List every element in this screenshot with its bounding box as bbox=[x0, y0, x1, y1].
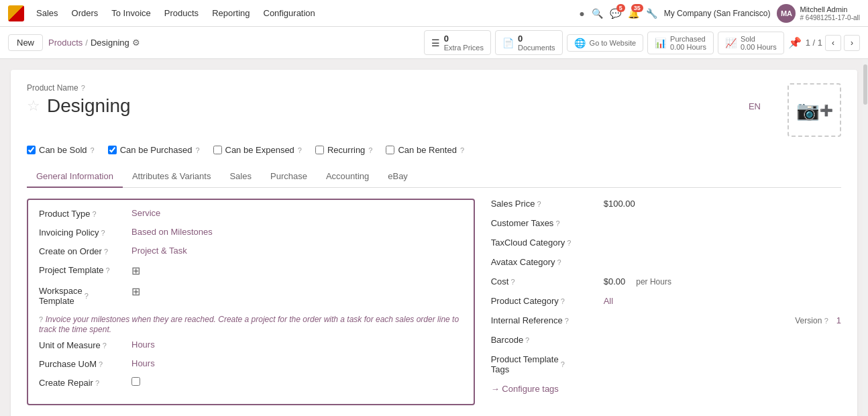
project-template-icon[interactable]: ⊞ bbox=[131, 264, 140, 277]
app-logo[interactable] bbox=[8, 5, 24, 21]
internal-reference-label: Internal Reference ? bbox=[491, 315, 598, 325]
can-be-purchased-help-icon[interactable]: ? bbox=[195, 146, 199, 154]
activity-icon[interactable]: ● bbox=[579, 8, 584, 19]
sales-price-row: Sales Price ? $100.00 bbox=[491, 199, 841, 209]
nav-sales[interactable]: Sales bbox=[35, 8, 60, 18]
product-template-tags-help-icon[interactable]: ? bbox=[561, 360, 565, 368]
barcode-help-icon[interactable]: ? bbox=[525, 336, 529, 344]
configure-tags-link[interactable]: → Configure tags bbox=[491, 384, 841, 394]
user-sub: # 64981251-17-0-all bbox=[800, 14, 860, 21]
tab-ebay[interactable]: eBay bbox=[378, 166, 417, 188]
favorite-star-icon[interactable]: ☆ bbox=[27, 97, 40, 115]
project-template-row: Project Template ? ⊞ bbox=[39, 264, 463, 277]
search-icon[interactable]: 🔍 bbox=[592, 8, 603, 19]
customer-taxes-help-icon[interactable]: ? bbox=[555, 219, 559, 227]
pager-prev-button[interactable]: ‹ bbox=[825, 35, 841, 51]
breadcrumb-products[interactable]: Products bbox=[48, 38, 83, 48]
can-be-rented-checkbox[interactable]: Can be Rented ? bbox=[386, 145, 464, 155]
product-category-help-icon[interactable]: ? bbox=[561, 297, 565, 305]
tab-sales[interactable]: Sales bbox=[220, 166, 261, 188]
cost-help-icon[interactable]: ? bbox=[510, 278, 514, 286]
company-name: My Company (San Francisco) bbox=[664, 9, 771, 18]
purchase-uom-value[interactable]: Hours bbox=[131, 358, 155, 368]
inline-help-icon[interactable]: ? bbox=[39, 315, 43, 323]
recurring-help-icon[interactable]: ? bbox=[368, 146, 372, 154]
product-title[interactable]: Designing bbox=[47, 95, 131, 117]
product-category-row: Product Category ? All bbox=[491, 296, 841, 306]
can-be-sold-help-icon[interactable]: ? bbox=[91, 146, 95, 154]
purchased-button[interactable]: 📊 Purchased 0.00 Hours bbox=[647, 32, 714, 54]
nav-orders[interactable]: Orders bbox=[70, 8, 100, 18]
product-name-help-icon[interactable]: ? bbox=[81, 84, 85, 92]
product-type-value[interactable]: Service bbox=[131, 208, 160, 218]
recurring-checkbox[interactable]: Recurring ? bbox=[315, 145, 372, 155]
go-to-website-button[interactable]: 🌐 Go to Website bbox=[567, 34, 644, 52]
scrollbar-thumb bbox=[863, 64, 867, 105]
documents-button[interactable]: 📄 0 Documents bbox=[495, 30, 563, 55]
tab-content: Product Type ? Service Invoicing Policy … bbox=[27, 188, 841, 405]
create-repair-help-icon[interactable]: ? bbox=[95, 379, 99, 387]
discuss-icon[interactable]: 💬5 bbox=[610, 8, 621, 19]
info-text: Invoice your milestones when they are re… bbox=[39, 315, 459, 334]
bell-icon[interactable]: 🔔35 bbox=[628, 8, 639, 19]
scrollbar[interactable] bbox=[863, 59, 868, 416]
language-badge[interactable]: EN bbox=[749, 101, 761, 111]
version-value[interactable]: 1 bbox=[836, 315, 841, 325]
pager: 1 / 1 ‹ › bbox=[806, 35, 860, 51]
project-template-help-icon[interactable]: ? bbox=[106, 266, 110, 274]
bell-badge: 35 bbox=[631, 4, 643, 12]
tab-attributes-variants[interactable]: Attributes & Variants bbox=[123, 166, 221, 188]
sold-label: Sold bbox=[741, 35, 777, 43]
invoicing-policy-help-icon[interactable]: ? bbox=[101, 229, 105, 237]
product-image[interactable]: 📷➕ bbox=[788, 83, 841, 137]
tab-general-information[interactable]: General Information bbox=[27, 166, 123, 188]
can-be-purchased-checkbox[interactable]: Can be Purchased ? bbox=[108, 145, 200, 155]
cost-value[interactable]: $0.00 bbox=[604, 276, 626, 287]
pager-next-button[interactable]: › bbox=[844, 35, 860, 51]
can-be-expensed-checkbox[interactable]: Can be Expensed ? bbox=[213, 145, 302, 155]
left-column: Product Type ? Service Invoicing Policy … bbox=[27, 199, 475, 405]
cost-label: Cost ? bbox=[491, 276, 598, 287]
pin-icon[interactable]: 📌 bbox=[788, 36, 802, 49]
version-help-icon[interactable]: ? bbox=[824, 317, 828, 325]
product-category-value[interactable]: All bbox=[604, 296, 613, 306]
can-be-sold-checkbox[interactable]: Can be Sold ? bbox=[27, 145, 95, 155]
user-avatar[interactable]: MA bbox=[777, 4, 796, 23]
pager-info: 1 / 1 bbox=[806, 38, 822, 48]
nav-reporting[interactable]: Reporting bbox=[211, 8, 251, 18]
purchased-icon: 📊 bbox=[655, 38, 666, 48]
unit-of-measure-row: Unit of Measure ? Hours bbox=[39, 340, 463, 350]
nav-configuration[interactable]: Configuration bbox=[262, 8, 317, 18]
tab-accounting[interactable]: Accounting bbox=[317, 166, 378, 188]
avatax-category-help-icon[interactable]: ? bbox=[557, 258, 561, 266]
internal-reference-help-icon[interactable]: ? bbox=[565, 317, 569, 325]
nav-products[interactable]: Products bbox=[163, 8, 200, 18]
purchase-uom-help-icon[interactable]: ? bbox=[99, 360, 103, 368]
sales-price-value[interactable]: $100.00 bbox=[604, 199, 635, 209]
sales-price-help-icon[interactable]: ? bbox=[537, 200, 541, 208]
workspace-template-icon[interactable]: ⊞ bbox=[131, 285, 140, 298]
product-type-help-icon[interactable]: ? bbox=[92, 210, 96, 218]
new-button[interactable]: New bbox=[8, 34, 43, 51]
barcode-row: Barcode ? bbox=[491, 335, 841, 345]
settings-gear-icon[interactable]: ⚙ bbox=[132, 38, 140, 48]
create-repair-checkbox[interactable] bbox=[131, 377, 140, 386]
create-on-order-value[interactable]: Project & Task bbox=[131, 246, 187, 256]
can-be-rented-help-icon[interactable]: ? bbox=[460, 146, 464, 154]
nav-to-invoice[interactable]: To Invoice bbox=[110, 8, 152, 18]
settings-icon[interactable]: 🔧 bbox=[646, 8, 657, 19]
create-on-order-help-icon[interactable]: ? bbox=[104, 248, 108, 256]
extra-prices-label: Extra Prices bbox=[444, 44, 484, 52]
invoicing-policy-value[interactable]: Based on Milestones bbox=[131, 227, 213, 237]
can-be-expensed-help-icon[interactable]: ? bbox=[298, 146, 302, 154]
version-label: Version ? bbox=[795, 316, 828, 325]
action-buttons: ☰ 0 Extra Prices 📄 0 Documents 🌐 Go to W… bbox=[424, 30, 860, 55]
right-column: Sales Price ? $100.00 Customer Taxes ? T… bbox=[491, 199, 841, 405]
tab-purchase[interactable]: Purchase bbox=[261, 166, 317, 188]
taxcloud-category-help-icon[interactable]: ? bbox=[567, 239, 571, 247]
sold-button[interactable]: 📈 Sold 0.00 Hours bbox=[718, 32, 784, 54]
workspace-template-help-icon[interactable]: ? bbox=[85, 292, 89, 300]
unit-of-measure-value[interactable]: Hours bbox=[131, 340, 155, 350]
unit-of-measure-help-icon[interactable]: ? bbox=[103, 342, 107, 350]
extra-prices-button[interactable]: ☰ 0 Extra Prices bbox=[424, 30, 491, 55]
